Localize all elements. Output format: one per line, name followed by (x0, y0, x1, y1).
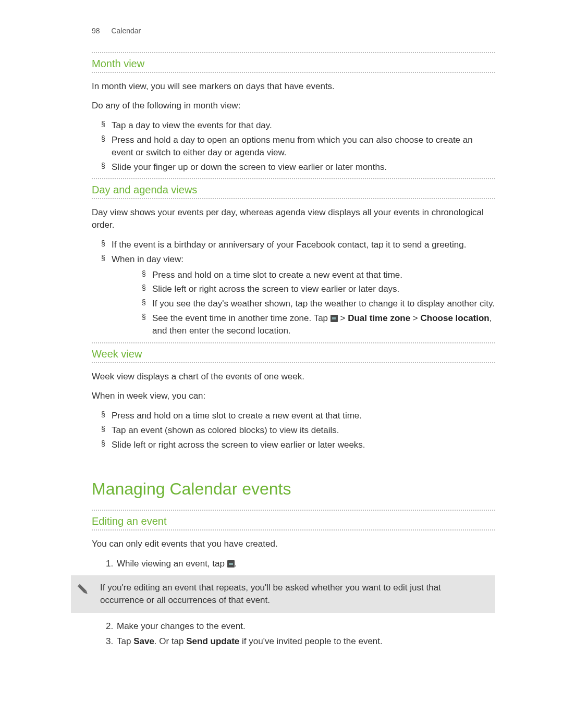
step1-prefix: While viewing an event, tap (117, 559, 227, 569)
week-view-intro2: When in week view, you can: (92, 390, 495, 402)
editing-steps: While viewing an event, tap . (92, 558, 495, 570)
page-number: 98 (92, 27, 100, 35)
list-item: Tap a day to view the events for that da… (112, 119, 495, 132)
tz-bold-choose-location: Choose location (421, 313, 489, 323)
day-agenda-intro: Day view shows your events per day, wher… (92, 206, 495, 231)
step1-suffix: . (235, 559, 237, 569)
list-item: Press and hold on a time slot to create … (112, 410, 495, 422)
tz-bold-dual-time-zone: Dual time zone (348, 313, 410, 323)
heading-editing-event: Editing an event (92, 511, 495, 530)
heading-month-view: Month view (92, 53, 495, 73)
step-item: Tap Save. Or tap Send update if you've i… (116, 635, 495, 648)
month-view-intro: In month view, you will see markers on d… (92, 80, 495, 93)
editing-steps-continued: Make your changes to the event. Tap Save… (92, 620, 495, 648)
week-view-intro1: Week view displays a chart of the events… (92, 371, 495, 383)
section-week-view: Week view Week view displays a chart of … (92, 342, 495, 451)
day-agenda-list: If the event is a birthday or anniversar… (92, 239, 495, 337)
send-update-word: Send update (186, 636, 239, 646)
header-section-label: Calendar (111, 27, 141, 35)
editing-intro: You can only edit events that you have c… (92, 538, 495, 550)
menu-icon (331, 315, 338, 322)
list-item: Slide your finger up or down the screen … (112, 161, 495, 174)
list-item: If you see the day's weather shown, tap … (152, 298, 495, 310)
list-item: Press and hold on a time slot to create … (152, 269, 495, 281)
tz-text-prefix: See the event time in another time zone.… (152, 313, 331, 323)
tz-sep1: > (338, 313, 348, 323)
list-item: Slide left or right across the screen to… (112, 439, 495, 451)
heading-managing-calendar-events: Managing Calendar events (92, 477, 495, 501)
svg-rect-0 (78, 585, 87, 593)
step3-mid: . Or tap (154, 636, 186, 646)
section-month-view: Month view In month view, you will see m… (92, 52, 495, 174)
step-item: While viewing an event, tap . (116, 558, 495, 570)
heading-week-view: Week view (92, 343, 495, 363)
save-word: Save (133, 636, 154, 646)
step3-suffix: if you've invited people to the event. (239, 636, 382, 646)
pencil-icon (76, 583, 91, 597)
month-view-lead: Do any of the following in month view: (92, 100, 495, 112)
tz-sep2: > (410, 313, 420, 323)
list-item-text: When in day view: (112, 254, 183, 264)
list-item: When in day view: Press and hold on a ti… (112, 253, 495, 337)
step3-prefix: Tap (117, 636, 133, 646)
list-item: See the event time in another time zone.… (152, 312, 495, 337)
note-text: If you're editing an event that repeats,… (100, 582, 487, 607)
section-editing-event: Editing an event You can only edit event… (92, 510, 495, 648)
list-item: If the event is a birthday or anniversar… (112, 239, 495, 251)
note-box: If you're editing an event that repeats,… (71, 575, 495, 613)
section-day-agenda: Day and agenda views Day view shows your… (92, 178, 495, 337)
heading-day-agenda: Day and agenda views (92, 179, 495, 199)
document-page: 98 Calendar Month view In month view, yo… (0, 0, 563, 728)
list-item: Tap an event (shown as colored blocks) t… (112, 424, 495, 437)
list-item: Slide left or right across the screen to… (152, 283, 495, 295)
month-view-list: Tap a day to view the events for that da… (92, 119, 495, 173)
step-item: Make your changes to the event. (116, 620, 495, 633)
week-view-list: Press and hold on a time slot to create … (92, 410, 495, 451)
day-agenda-sublist: Press and hold on a time slot to create … (112, 269, 495, 337)
list-item: Press and hold a day to open an options … (112, 134, 495, 159)
edit-icon (227, 560, 235, 567)
running-header: 98 Calendar (92, 26, 495, 36)
